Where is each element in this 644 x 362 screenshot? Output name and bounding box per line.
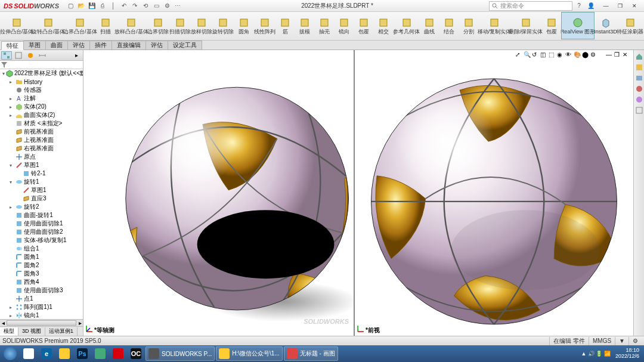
vp-min-icon[interactable]: — xyxy=(606,51,613,58)
ftree-bottom-tab[interactable]: 运动算例1 xyxy=(45,327,78,336)
expand-icon[interactable]: ▸ xyxy=(10,113,14,118)
ftree-item[interactable]: ▾旋转1 xyxy=(0,178,83,186)
viewport-front[interactable]: ⤢ 🔍 ↺ ◫ ⬚ ◉ 👁 🎨 ⬤ ⚙ — ❐ ✕ xyxy=(355,50,633,336)
taskpane-lib-icon[interactable] xyxy=(635,63,643,72)
status-gear-icon[interactable]: ⚙ xyxy=(628,337,642,345)
command-search[interactable]: 搜索命令 xyxy=(489,1,572,11)
ftree-tab-tree-icon[interactable] xyxy=(1,51,12,60)
taskbar-item[interactable] xyxy=(56,346,73,361)
ftree-item[interactable]: 原点 xyxy=(0,153,83,161)
qat-select-icon[interactable]: ▭ xyxy=(152,2,160,10)
ftree-item[interactable]: 圆角3 xyxy=(0,270,83,278)
vp-max-icon[interactable]: ❐ xyxy=(614,51,621,58)
qat-redo-icon[interactable]: ↷ xyxy=(131,2,139,10)
taskbar-item[interactable] xyxy=(110,346,126,361)
taskpane-appearance-icon[interactable] xyxy=(635,95,643,104)
ftree-bottom-tab[interactable]: 模型 xyxy=(0,327,18,336)
user-icon[interactable]: 👤 xyxy=(587,2,595,10)
hide-show-icon[interactable]: 👁 xyxy=(565,51,572,58)
ribbon-curves-button[interactable]: 曲线 xyxy=(420,13,439,39)
ftree-item[interactable]: 实体-移动/复制1 xyxy=(0,236,83,245)
ribbon-fillet-button[interactable]: 圆角 xyxy=(234,13,253,39)
ribbon-shell-button[interactable]: 抽壳 xyxy=(315,13,334,39)
ribbon-convert-button[interactable]: 特征涂刷器 xyxy=(617,13,643,39)
qat-open-icon[interactable]: 📂 xyxy=(77,2,85,10)
ftree-item[interactable]: 圆角2 xyxy=(0,261,83,270)
expand-icon[interactable]: ▾ xyxy=(10,163,14,168)
expand-icon[interactable]: ▸ xyxy=(10,205,14,210)
ribbon-combine-button[interactable]: 结合 xyxy=(439,13,459,39)
ftree-item[interactable]: 前视基准面 xyxy=(0,128,83,136)
close-button[interactable]: ✕ xyxy=(627,1,642,11)
ftree-item[interactable]: 传感器 xyxy=(0,86,83,94)
command-tab[interactable]: 插件 xyxy=(89,41,112,49)
section-icon[interactable]: ◫ xyxy=(540,51,547,58)
ftree-item[interactable]: 使用曲面切除2 xyxy=(0,228,83,236)
feature-tree[interactable]: ▾ 2022世界杯足球 (默认<<默认>_显 ▸History传感器▸A注解▸实… xyxy=(0,69,83,319)
ftree-tab-dim-icon[interactable] xyxy=(37,51,48,60)
taskbar-tray[interactable]: ▲ 🔊 🔋 📶18:102022/12/6 xyxy=(581,348,643,360)
minimize-button[interactable]: — xyxy=(599,1,613,11)
ftree-item[interactable]: ▾草图1 xyxy=(0,161,83,169)
ribbon-extrude_boss-button[interactable]: 拉伸凸台/基体 xyxy=(1,13,32,39)
qat-more-icon[interactable]: ⋯ xyxy=(174,2,182,10)
ribbon-refgeo-button[interactable]: 参考几何体 xyxy=(394,13,419,39)
display-style-icon[interactable]: ◉ xyxy=(557,51,564,58)
status-dropdown-icon[interactable]: ▼ xyxy=(615,337,628,345)
ftree-item[interactable]: 使用曲面切除1 xyxy=(0,219,83,228)
restore-button[interactable]: ❐ xyxy=(613,1,627,11)
scene-icon[interactable]: ⬤ xyxy=(582,51,589,58)
ribbon-draft-button[interactable]: 拔模 xyxy=(295,13,314,39)
taskbar-item[interactable]: OC xyxy=(128,346,144,361)
ribbon-move_copy-button[interactable]: 移动/复制实体 xyxy=(479,13,510,39)
taskbar-item[interactable] xyxy=(1,346,19,361)
command-tab[interactable]: 设定工具 xyxy=(168,41,202,49)
command-tab[interactable]: 评估 xyxy=(67,41,90,49)
appearance-icon[interactable]: 🎨 xyxy=(574,51,581,58)
qat-print-icon[interactable]: ⎙ xyxy=(98,2,107,10)
taskbar-item[interactable]: SOLIDWORKS P... xyxy=(145,346,215,361)
help-icon[interactable]: ? xyxy=(575,2,583,10)
ribbon-intersect-button[interactable]: 相交 xyxy=(374,13,393,39)
expand-icon[interactable]: ▸ xyxy=(10,104,14,110)
ribbon-swept_boss-button[interactable]: 扫描 xyxy=(96,13,115,39)
taskpane-explorer-icon[interactable] xyxy=(635,74,643,82)
qat-undo-icon[interactable]: ↶ xyxy=(120,2,128,10)
ftree-item[interactable]: 直应3 xyxy=(0,194,83,203)
taskbar-item[interactable] xyxy=(92,346,109,361)
view-settings-icon[interactable]: ⚙ xyxy=(590,51,597,58)
ftree-item[interactable]: ▸曲面实体(2) xyxy=(0,111,83,119)
ftree-item[interactable]: ▸阵列(圆1)1 xyxy=(0,303,83,311)
ribbon-delete_body-button[interactable]: 删除/保留实体 xyxy=(510,13,541,39)
taskbar-item[interactable]: e xyxy=(38,346,55,361)
ftree-item[interactable]: ▸A注解 xyxy=(0,94,83,103)
viewport-isometric[interactable]: *等轴测 SOLIDWORKS xyxy=(83,50,355,336)
ftree-item[interactable]: ▸History xyxy=(0,78,83,86)
vp-close-icon[interactable]: ✕ xyxy=(623,51,630,58)
ftree-item[interactable]: 圆角1 xyxy=(0,253,83,261)
qat-rebuild-icon[interactable]: ⟲ xyxy=(141,2,150,10)
ftree-item[interactable]: 右视基准面 xyxy=(0,144,83,153)
taskpane-props-icon[interactable] xyxy=(635,106,643,115)
taskbar-clock[interactable]: 18:102022/12/6 xyxy=(615,348,639,360)
prev-view-icon[interactable]: ↺ xyxy=(532,51,539,58)
ribbon-boundary_cut-button[interactable]: 边界切除 xyxy=(147,13,168,39)
ftree-item[interactable]: 草图1 xyxy=(0,186,83,194)
expand-icon[interactable]: ▸ xyxy=(10,79,14,85)
tray-icons[interactable]: ▲ 🔊 🔋 📶 xyxy=(581,351,611,357)
taskbar-item[interactable]: 无标题 - 画图 xyxy=(284,346,338,361)
expand-icon[interactable]: ▸ xyxy=(10,313,14,318)
ftree-item[interactable]: 材质 <未指定> xyxy=(0,119,83,128)
ftree-item[interactable]: ▸镜向1 xyxy=(0,311,83,319)
ftree-item[interactable]: 铃2-1 xyxy=(0,169,83,178)
view-orient-icon[interactable]: ⬚ xyxy=(549,51,556,58)
qat-opts-icon[interactable]: ⚙ xyxy=(163,2,171,10)
ribbon-swept_cut-button[interactable]: 扫描切除 xyxy=(169,13,190,39)
zoom-fit-icon[interactable]: ⤢ xyxy=(515,51,522,58)
expand-icon[interactable]: ▸ xyxy=(10,305,14,310)
command-tab[interactable]: 评估 xyxy=(145,41,168,49)
qat-save-icon[interactable]: 💾 xyxy=(88,2,96,10)
ftree-tab-property-icon[interactable] xyxy=(13,51,24,60)
ftree-item[interactable]: ▸实体(20) xyxy=(0,103,83,111)
ftree-collapse-icon[interactable]: ▸ xyxy=(71,51,82,60)
